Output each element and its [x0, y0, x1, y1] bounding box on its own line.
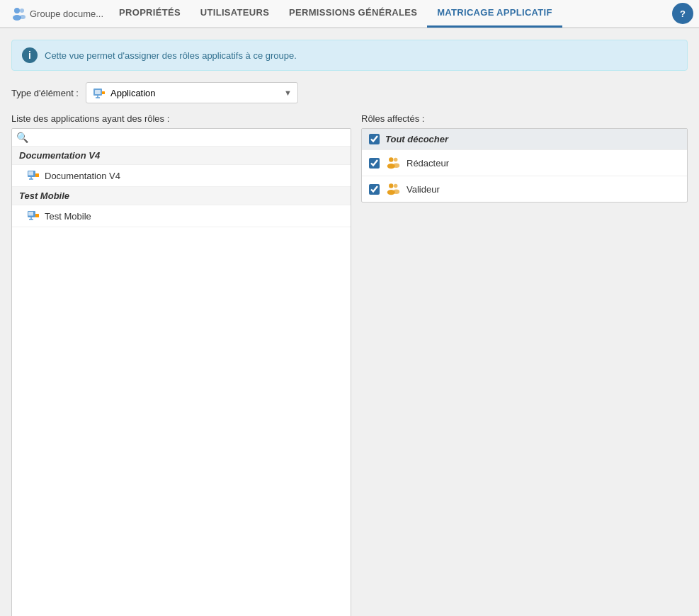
search-input[interactable] [33, 132, 346, 143]
roles-list: Tout décocher Rédacteur [361, 128, 688, 203]
app-label-doc-v4: Documentation V4 [45, 171, 120, 181]
top-navigation: Groupe docume... PROPRIÉTÉS UTILISATEURS… [0, 0, 699, 28]
left-panel: Liste des applications ayant des rôles :… [11, 113, 351, 616]
role-item-valideur: Valideur [362, 176, 687, 202]
svg-rect-11 [35, 173, 39, 177]
app-label-test-mobile: Test Mobile [45, 211, 91, 222]
left-panel-label: Liste des applications ayant des rôles : [11, 113, 351, 124]
app-list-body: Documentation V4 Documentation V4 [12, 147, 351, 616]
app-icon-doc-v4 [26, 169, 40, 183]
role-label-redacteur: Rédacteur [407, 158, 449, 169]
tab-permissions[interactable]: PERMISSIONS GÉNÉRALES [279, 0, 427, 28]
main-content: i Cette vue permet d'assigner des rôles … [0, 28, 699, 616]
search-box: 🔍 [12, 129, 351, 147]
tab-proprietes[interactable]: PROPRIÉTÉS [109, 0, 191, 28]
svg-point-26 [393, 189, 399, 193]
app-item-test-mobile[interactable]: Test Mobile [12, 205, 351, 227]
right-panel: Rôles affectés : Tout décocher R [361, 113, 688, 203]
type-element-row: Type d'élément : Application ▼ [11, 82, 688, 103]
svg-point-3 [20, 15, 25, 19]
role-icon-valideur [385, 181, 401, 197]
svg-point-2 [13, 15, 21, 21]
group-icon [11, 6, 27, 21]
svg-point-24 [394, 184, 398, 188]
app-item-doc-v4[interactable]: Documentation V4 [12, 165, 351, 187]
search-icon: 🔍 [16, 132, 28, 143]
info-text: Cette vue permet d'assigner des rôles ap… [45, 50, 297, 61]
tab-matricage[interactable]: MATRICAGE APPLICATIF [427, 0, 562, 28]
svg-rect-15 [28, 212, 33, 216]
info-banner: i Cette vue permet d'assigner des rôles … [11, 40, 688, 71]
type-element-select[interactable]: Application ▼ [86, 82, 298, 103]
checkbox-redacteur[interactable] [369, 158, 380, 169]
svg-rect-16 [35, 214, 39, 217]
help-button[interactable]: ? [672, 3, 693, 24]
role-label-valideur: Valideur [407, 184, 440, 195]
type-element-label: Type d'élément : [11, 88, 79, 98]
svg-rect-6 [102, 91, 105, 94]
info-icon: i [22, 47, 38, 63]
tab-utilisateurs[interactable]: UTILISATEURS [191, 0, 279, 28]
checkbox-tout-decocher[interactable] [369, 134, 380, 144]
svg-point-23 [389, 183, 393, 188]
svg-rect-10 [28, 171, 33, 176]
role-item-tout-decocher: Tout décocher [362, 129, 687, 150]
select-arrow-icon: ▼ [284, 89, 292, 97]
group-header-test-mobile: Test Mobile [12, 187, 351, 205]
right-panel-label: Rôles affectés : [361, 113, 688, 124]
svg-point-20 [394, 158, 398, 162]
app-list-container: 🔍 Documentation V4 [11, 128, 351, 616]
two-column-layout: Liste des applications ayant des rôles :… [11, 113, 688, 616]
group-label: Groupe docume... [30, 8, 103, 19]
role-item-redacteur: Rédacteur [362, 150, 687, 176]
app-icon-test-mobile [26, 209, 40, 223]
svg-point-0 [14, 8, 20, 13]
svg-point-19 [389, 157, 393, 161]
svg-rect-5 [95, 90, 101, 94]
select-text: Application [110, 88, 280, 98]
svg-point-1 [20, 8, 24, 13]
group-icon-label: Groupe docume... [6, 6, 109, 21]
svg-point-22 [393, 163, 399, 167]
role-label-tout-decocher: Tout décocher [385, 134, 448, 144]
role-icon-redacteur [385, 155, 401, 171]
select-app-icon [92, 86, 106, 100]
group-header-doc-v4: Documentation V4 [12, 147, 351, 165]
checkbox-valideur[interactable] [369, 184, 380, 195]
